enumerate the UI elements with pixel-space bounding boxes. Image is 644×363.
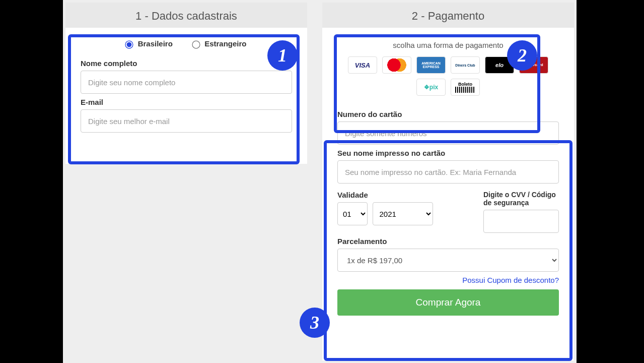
step1-title: 1 - Dados cadastrais (65, 3, 307, 28)
radio-brasileiro[interactable] (125, 40, 133, 48)
nome-completo-input[interactable] (81, 71, 292, 94)
email-input[interactable] (81, 109, 292, 133)
validity-block: Validade 01 2021 (337, 187, 468, 233)
pay-method-pix[interactable]: ❖pix (416, 79, 446, 96)
badge-1: 1 (267, 40, 298, 71)
step2-title: 2 - Pagamento (322, 3, 574, 28)
validity-label: Validade (337, 191, 468, 199)
email-label: E-mail (81, 98, 292, 106)
badge-3: 3 (300, 308, 330, 338)
card-number-label: Numero do cartão (337, 110, 559, 118)
radio-estrangeiro-label[interactable]: Estrangeiro (193, 39, 247, 48)
badge-2: 2 (507, 40, 537, 71)
radio-estrangeiro[interactable] (192, 40, 200, 48)
checkout-stage: 1 - Dados cadastrais Brasileiro Estrange… (63, 0, 577, 363)
buy-now-button[interactable]: Comprar Agora (337, 289, 559, 316)
barcode-icon (455, 87, 475, 93)
pay-method-amex[interactable]: AMERICAN EXPRESS (416, 56, 446, 74)
cvv-block: Digite o CVV / Código de segurança (483, 187, 559, 233)
payment-method-grid: VISA MasterCard AMERICAN EXPRESS Diners … (322, 56, 574, 103)
installments-label: Parcelamento (337, 237, 559, 246)
nome-completo-label: Nome completo (81, 59, 292, 68)
coupon-link[interactable]: Possui Cupom de desconto? (337, 276, 559, 284)
pay-method-diners[interactable]: Diners Club (451, 56, 480, 74)
card-name-input[interactable] (337, 160, 559, 184)
radio-estrangeiro-text: Estrangeiro (204, 39, 246, 48)
installments-select[interactable]: 1x de R$ 197,00 (337, 249, 559, 272)
cvv-label: Digite o CVV / Código de segurança (483, 191, 559, 207)
card-name-label: Seu nome impresso no cartão (337, 149, 559, 157)
pay-method-visa[interactable]: VISA (348, 56, 377, 74)
card-details-body: Numero do cartão Seu nome impresso no ca… (322, 110, 574, 326)
pay-method-boleto-text: Boleto (458, 82, 472, 87)
radio-brasileiro-text: Brasileiro (138, 39, 173, 48)
panel-dados-cadastrais: 1 - Dados cadastrais Brasileiro Estrange… (65, 3, 307, 164)
validity-year-select[interactable]: 2021 (373, 202, 433, 225)
payment-method-area: scolha uma forma de pagamento VISA Maste… (322, 28, 574, 106)
validity-month-select[interactable]: 01 (337, 202, 368, 225)
nationality-radio-row: Brasileiro Estrangeiro (81, 35, 292, 55)
pay-method-boleto[interactable]: Boleto (451, 79, 480, 96)
cvv-input[interactable] (483, 210, 559, 233)
card-number-input[interactable] (337, 122, 559, 145)
pay-method-mastercard[interactable]: MasterCard (382, 56, 411, 74)
radio-brasileiro-label[interactable]: Brasileiro (126, 39, 175, 48)
